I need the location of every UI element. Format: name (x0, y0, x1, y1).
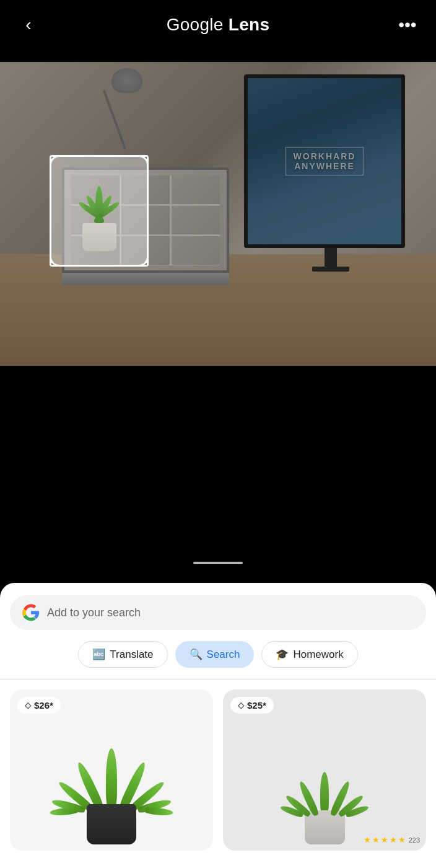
laptop-cell (172, 175, 220, 204)
plant-leaves-1 (74, 748, 149, 810)
selected-plant (71, 170, 127, 251)
star-2: ★ (372, 835, 380, 844)
leaf (145, 807, 173, 817)
pill-search[interactable]: 🔍 Search (175, 641, 255, 668)
price-tag-2: ◇ $25* (230, 697, 274, 714)
plant-selection-box[interactable] (50, 155, 149, 267)
plant-container-2 (300, 772, 349, 844)
corner-br (136, 254, 149, 267)
pot-2 (305, 810, 345, 844)
monitor-base (312, 267, 349, 272)
plant-leaves (84, 186, 115, 226)
google-logo (22, 604, 40, 621)
leaf (320, 772, 329, 815)
corner-tr (136, 155, 149, 167)
product-grid: ◇ $26* (0, 680, 436, 861)
product-image-2 (223, 689, 426, 851)
pill-homework[interactable]: 🎓 Homework (261, 641, 357, 668)
laptop-cell (172, 236, 220, 265)
pill-search-label: Search (207, 649, 240, 661)
translate-icon: 🔤 (92, 648, 105, 661)
plant-leaves-2 (300, 772, 349, 815)
star-3: ★ (381, 835, 388, 844)
pill-translate[interactable]: 🔤 Translate (78, 641, 167, 668)
more-button[interactable]: ••• (394, 11, 421, 38)
monitor: WORKHARD ANYWHERE (244, 74, 417, 273)
monitor-stand (325, 248, 337, 267)
monitor-text: WORKHARD ANYWHERE (286, 147, 364, 175)
search-bar[interactable]: Add to your search (10, 595, 426, 630)
price-tag-1: ◇ $26* (17, 697, 61, 714)
homework-icon: 🎓 (276, 648, 289, 661)
camera-view: WORKHARD ANYWHERE (0, 0, 436, 583)
leaf (106, 748, 117, 810)
plant-pot (82, 223, 116, 251)
back-button[interactable]: ‹ (15, 11, 42, 38)
app-title: Google Lens (167, 15, 270, 35)
laptop-keyboard (62, 273, 229, 285)
monitor-screen: WORKHARD ANYWHERE (244, 74, 405, 248)
bottom-panel: Add to your search 🔤 Translate 🔍 Search … (0, 583, 436, 868)
monitor-line2: ANYWHERE (294, 161, 355, 171)
plant-container-1 (74, 748, 149, 844)
lamp-head (111, 68, 142, 93)
stars-row-2: ★ ★ ★ ★ ★ 223 (364, 835, 420, 844)
price-2: $25* (247, 700, 266, 711)
search-icon: 🔍 (190, 648, 203, 661)
star-4: ★ (390, 835, 397, 844)
pill-translate-label: Translate (110, 649, 153, 661)
filter-pills: 🔤 Translate 🔍 Search 🎓 Homework (0, 630, 436, 668)
corner-tl (50, 155, 62, 167)
star-1: ★ (364, 835, 371, 844)
tag-icon-2: ◇ (238, 701, 244, 710)
price-1: $26* (34, 700, 53, 711)
scroll-indicator (193, 562, 243, 564)
pot-1 (87, 804, 136, 844)
monitor-line1: WORKHARD (294, 151, 356, 161)
product-card-2[interactable]: ◇ $25* ★ (223, 689, 426, 851)
laptop-cell (172, 206, 220, 234)
corner-bl (50, 254, 62, 267)
header: ‹ Google Lens ••• (0, 0, 436, 50)
product-card-1[interactable]: ◇ $26* (10, 689, 213, 851)
product-image-1 (10, 689, 213, 851)
reviews-count: 223 (409, 836, 420, 844)
lamp-arm (103, 90, 126, 149)
tag-icon-1: ◇ (25, 701, 31, 710)
pill-homework-label: Homework (293, 649, 343, 661)
camera-image: WORKHARD ANYWHERE (0, 62, 436, 366)
title-regular: Google (167, 15, 229, 34)
search-placeholder: Add to your search (47, 606, 141, 619)
title-bold: Lens (229, 15, 270, 34)
desk-lamp (99, 68, 149, 167)
star-5: ★ (398, 835, 406, 844)
